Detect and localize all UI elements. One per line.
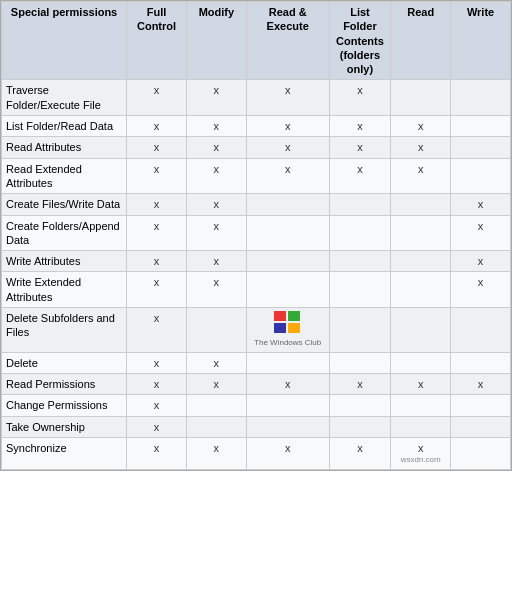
permission-check-cell: x [127,158,187,194]
permission-check-cell: x [127,215,187,251]
permission-name-cell: Take Ownership [2,416,127,437]
permission-check-cell: x [391,374,451,395]
permission-check-cell: x [127,194,187,215]
permission-check-cell [391,395,451,416]
table-row: Create Folders/Append Dataxxx [2,215,511,251]
permission-check-cell [451,352,511,373]
permission-check-cell: x [127,80,187,116]
permission-check-cell: x [186,137,246,158]
permission-check-cell: xwsxdn.com [391,437,451,469]
permission-check-cell: x [186,116,246,137]
permission-check-cell [329,251,391,272]
table-header-row: Special permissions Full Control Modify … [2,2,511,80]
permission-name-cell: Write Attributes [2,251,127,272]
table-row: Delete Subfolders and FilesxThe Windows … [2,308,511,353]
permission-check-cell [329,352,391,373]
permission-check-cell: x [451,272,511,308]
permission-check-cell: x [329,116,391,137]
permission-check-cell: x [246,158,329,194]
permission-name-cell: List Folder/Read Data [2,116,127,137]
permission-check-cell: x [451,374,511,395]
permissions-table: Special permissions Full Control Modify … [1,1,511,470]
permission-check-cell [246,416,329,437]
permission-check-cell [246,352,329,373]
permissions-table-body: Traverse Folder/Execute FilexxxxList Fol… [2,80,511,469]
permission-check-cell: x [391,116,451,137]
permission-name-cell: Delete Subfolders and Files [2,308,127,353]
permission-check-cell: x [186,352,246,373]
permission-check-cell: x [329,80,391,116]
permission-check-cell [246,395,329,416]
table-row: List Folder/Read Dataxxxxx [2,116,511,137]
permission-check-cell [329,272,391,308]
permission-check-cell: x [127,352,187,373]
table-row: Write Attributesxxx [2,251,511,272]
permission-name-cell: Synchronize [2,437,127,469]
permission-check-cell: x [127,416,187,437]
permission-name-cell: Create Files/Write Data [2,194,127,215]
permission-name-cell: Read Permissions [2,374,127,395]
table-row: Take Ownershipx [2,416,511,437]
permission-check-cell [329,395,391,416]
permission-name-cell: Write Extended Attributes [2,272,127,308]
col-header-write: Write [451,2,511,80]
permission-check-cell: x [127,374,187,395]
permission-check-cell [451,80,511,116]
col-header-read: Read [391,2,451,80]
permission-check-cell [246,194,329,215]
permission-check-cell: x [329,374,391,395]
col-header-list-folder: List Folder Contents (folders only) [329,2,391,80]
permission-check-cell: x [246,137,329,158]
permission-check-cell [391,308,451,353]
permission-check-cell: x [246,374,329,395]
permission-check-cell: x [391,137,451,158]
table-row: Synchronizexxxxxwsxdn.com [2,437,511,469]
permission-name-cell: Delete [2,352,127,373]
permission-name-cell: Read Extended Attributes [2,158,127,194]
permission-check-cell [329,194,391,215]
permission-check-cell [451,395,511,416]
permission-check-cell: x [127,272,187,308]
permission-check-cell [329,416,391,437]
table-row: Write Extended Attributesxxx [2,272,511,308]
permission-check-cell [451,416,511,437]
watermark-site: wsxdn.com [395,455,446,465]
permission-check-cell [186,416,246,437]
permission-name-cell: Traverse Folder/Execute File [2,80,127,116]
permission-check-cell [451,437,511,469]
permission-check-cell [186,395,246,416]
permission-check-cell [391,416,451,437]
table-row: Read Extended Attributesxxxxx [2,158,511,194]
table-row: Deletexx [2,352,511,373]
permission-check-cell: x [451,251,511,272]
permission-check-cell: x [451,194,511,215]
permission-check-cell: x [391,158,451,194]
permission-check-cell: x [246,437,329,469]
permission-check-cell [451,158,511,194]
permission-check-cell: x [451,215,511,251]
col-header-full-control: Full Control [127,2,187,80]
permission-check-cell: x [127,116,187,137]
permission-check-cell [329,215,391,251]
permission-check-cell: x [329,158,391,194]
permission-check-cell: x [246,80,329,116]
col-header-modify: Modify [186,2,246,80]
table-row: Read Attributesxxxxx [2,137,511,158]
permission-check-cell [451,137,511,158]
permission-check-cell: x [127,137,187,158]
permission-check-cell: x [186,194,246,215]
permission-check-cell [391,215,451,251]
permission-check-cell [391,194,451,215]
permissions-table-container: Special permissions Full Control Modify … [0,0,512,471]
permission-check-cell [246,215,329,251]
permission-check-cell [329,308,391,353]
table-row: Create Files/Write Dataxxx [2,194,511,215]
permission-check-cell [246,272,329,308]
permission-check-cell [186,308,246,353]
permission-check-cell: x [329,137,391,158]
col-header-special-permissions: Special permissions [2,2,127,80]
permission-check-cell: x [186,374,246,395]
table-row: Read Permissionsxxxxxx [2,374,511,395]
permission-check-cell [246,251,329,272]
table-row: Change Permissionsx [2,395,511,416]
